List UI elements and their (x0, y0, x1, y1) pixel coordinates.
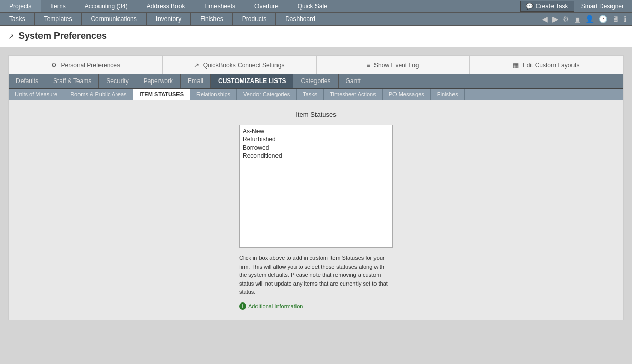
info-icon: i (239, 302, 246, 310)
additional-info-label: Additional Information (248, 303, 303, 309)
main-content: ⚙ Personal Preferences ↗ QuickBooks Conn… (0, 47, 632, 329)
nav-quick-sale[interactable]: Quick Sale (288, 0, 337, 12)
comment-icon: 💬 (526, 3, 534, 10)
expand-icon[interactable]: ↗ (8, 32, 14, 41)
section-tab-gantt[interactable]: Gantt (339, 74, 368, 88)
nav-finishes[interactable]: Finishes (191, 13, 233, 25)
section-tab-defaults[interactable]: Defaults (9, 74, 46, 88)
sub-tab-po-messages[interactable]: PO Messages (383, 89, 431, 100)
next-icon[interactable]: ▶ (551, 14, 560, 24)
tab-edit-custom-layouts[interactable]: ▦ Edit Custom Layouts (470, 56, 623, 74)
clock-icon[interactable]: 🕐 (597, 14, 609, 24)
sub-tab-vendor-categories[interactable]: Vendor Categories (237, 89, 297, 100)
create-task-button[interactable]: 💬 Create Task (520, 1, 574, 12)
link-icon: ↗ (194, 62, 199, 69)
pref-tabs: ⚙ Personal Preferences ↗ QuickBooks Conn… (9, 56, 623, 74)
list-item: Borrowed (242, 144, 390, 152)
list-icon: ≡ (367, 62, 370, 69)
layout-icon[interactable]: ▣ (572, 14, 582, 24)
top-right-toolbar: 💬 Create Task Smart Designer (516, 0, 632, 12)
section-tab-email[interactable]: Email (181, 74, 211, 88)
nav-dashboard[interactable]: Dashboard (276, 13, 325, 25)
section-tab-categories[interactable]: Categories (293, 74, 338, 88)
toolbar-icons: ◀ ▶ ⚙ ▣ 👤 🕐 🖥 ℹ (541, 14, 628, 24)
item-statuses-container: Item Statuses As-New Refurbished Borrowe… (19, 111, 613, 310)
sub-tab-rooms-public-areas[interactable]: Rooms & Public Areas (64, 89, 133, 100)
toolbar-icons-area: ◀ ▶ ⚙ ▣ 👤 🕐 🖥 ℹ (537, 13, 632, 25)
list-item: Refurbished (242, 135, 390, 144)
info-circle-icon[interactable]: ℹ (622, 14, 628, 24)
user-icon[interactable]: 👤 (584, 14, 596, 24)
section-tab-staff-teams[interactable]: Staff & Teams (46, 74, 99, 88)
nav-row1: Projects Items Accounting (34) Address B… (0, 0, 632, 13)
content-panel: Item Statuses As-New Refurbished Borrowe… (9, 100, 623, 320)
section-tab-customizable-lists[interactable]: CUSTOMIZABLE LISTS (211, 74, 293, 88)
list-item: As-New (242, 127, 390, 135)
nav-row2: Tasks Templates Communications Inventory… (0, 13, 632, 26)
sub-tab-units-of-measure[interactable]: Units of Measure (9, 89, 64, 100)
nav-inventory[interactable]: Inventory (147, 13, 191, 25)
section-tab-security[interactable]: Security (99, 74, 136, 88)
page-header: ↗ System Preferences (0, 26, 632, 47)
nav-projects[interactable]: Projects (0, 0, 41, 12)
sub-tab-item-statuses[interactable]: ITEM STATUSES (133, 89, 190, 100)
sub-tabs: Units of Measure Rooms & Public Areas IT… (9, 89, 623, 100)
nav-timesheets[interactable]: Timesheets (194, 0, 245, 12)
smart-designer-label: Smart Designer (577, 3, 628, 10)
grid-icon: ▦ (513, 62, 519, 69)
gear-icon[interactable]: ⚙ (561, 14, 571, 24)
help-text: Click in box above to add in custom Item… (239, 254, 393, 296)
tab-show-event-log[interactable]: ≡ Show Event Log (317, 56, 470, 74)
gear-small-icon: ⚙ (51, 62, 57, 69)
nav-products[interactable]: Products (233, 13, 276, 25)
tab-quickbooks[interactable]: ↗ QuickBooks Connect Settings (163, 56, 316, 74)
additional-info-link[interactable]: i Additional Information (239, 302, 393, 310)
sub-tab-finishes[interactable]: Finishes (431, 89, 465, 100)
nav-tasks[interactable]: Tasks (0, 13, 35, 25)
nav-items[interactable]: Items (41, 0, 75, 12)
item-statuses-listbox[interactable]: As-New Refurbished Borrowed Reconditione… (239, 125, 393, 248)
prev-icon[interactable]: ◀ (541, 14, 549, 24)
monitor-icon[interactable]: 🖥 (610, 14, 621, 24)
list-item: Reconditioned (242, 152, 390, 160)
nav-accounting[interactable]: Accounting (34) (75, 0, 137, 12)
nav-address-book[interactable]: Address Book (137, 0, 195, 12)
preferences-box: ⚙ Personal Preferences ↗ QuickBooks Conn… (8, 55, 624, 320)
sub-tab-tasks[interactable]: Tasks (297, 89, 324, 100)
nav-communications[interactable]: Communications (82, 13, 146, 25)
sub-tab-timesheet-actions[interactable]: Timesheet Actions (324, 89, 382, 100)
section-tab-paperwork[interactable]: Paperwork (136, 74, 181, 88)
tab-personal-preferences[interactable]: ⚙ Personal Preferences (9, 56, 163, 74)
nav-templates[interactable]: Templates (35, 13, 82, 25)
section-tabs: Defaults Staff & Teams Security Paperwor… (9, 74, 623, 89)
nav-overture[interactable]: Overture (245, 0, 288, 12)
page-title: System Preferences (18, 31, 107, 42)
item-statuses-title: Item Statuses (295, 111, 336, 118)
sub-tab-relationships[interactable]: Relationships (190, 89, 237, 100)
